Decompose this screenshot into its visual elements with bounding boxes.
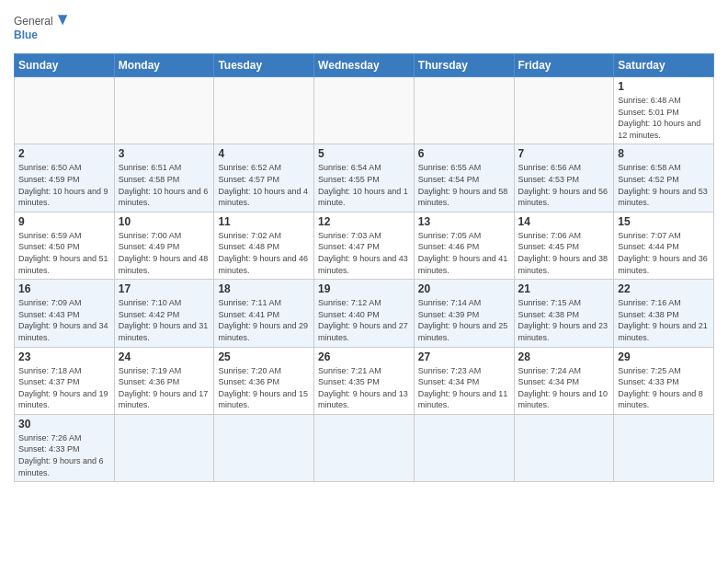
- day-number: 20: [418, 282, 510, 295]
- day-info: Sunrise: 7:09 AM Sunset: 4:43 PM Dayligh…: [18, 297, 110, 343]
- day-info: Sunrise: 7:06 AM Sunset: 4:45 PM Dayligh…: [518, 230, 610, 276]
- day-info: Sunrise: 6:56 AM Sunset: 4:53 PM Dayligh…: [518, 162, 610, 208]
- calendar-cell: [414, 414, 514, 481]
- calendar-cell: 11Sunrise: 7:02 AM Sunset: 4:48 PM Dayli…: [214, 212, 314, 279]
- calendar-cell: 9Sunrise: 6:59 AM Sunset: 4:50 PM Daylig…: [15, 212, 115, 279]
- day-info: Sunrise: 7:14 AM Sunset: 4:39 PM Dayligh…: [418, 297, 510, 343]
- weekday-header-saturday: Saturday: [614, 54, 714, 77]
- day-info: Sunrise: 7:20 AM Sunset: 4:36 PM Dayligh…: [218, 365, 310, 411]
- day-number: 4: [218, 147, 310, 160]
- day-info: Sunrise: 7:16 AM Sunset: 4:38 PM Dayligh…: [618, 297, 710, 343]
- week-row-6: 30Sunrise: 7:26 AM Sunset: 4:33 PM Dayli…: [15, 414, 714, 481]
- day-number: 29: [618, 350, 710, 363]
- calendar-cell: 17Sunrise: 7:10 AM Sunset: 4:42 PM Dayli…: [114, 280, 214, 347]
- svg-text:Blue: Blue: [14, 29, 38, 41]
- day-info: Sunrise: 7:15 AM Sunset: 4:38 PM Dayligh…: [518, 297, 610, 343]
- calendar-cell: [614, 414, 714, 481]
- day-number: 10: [119, 215, 210, 228]
- day-number: 28: [518, 350, 610, 363]
- day-info: Sunrise: 7:07 AM Sunset: 4:44 PM Dayligh…: [618, 230, 710, 276]
- weekday-header-tuesday: Tuesday: [214, 54, 314, 77]
- day-info: Sunrise: 6:55 AM Sunset: 4:54 PM Dayligh…: [418, 162, 510, 208]
- calendar-cell: 5Sunrise: 6:54 AM Sunset: 4:55 PM Daylig…: [314, 144, 415, 212]
- calendar-cell: 20Sunrise: 7:14 AM Sunset: 4:39 PM Dayli…: [414, 280, 514, 347]
- day-number: 17: [119, 282, 210, 295]
- day-info: Sunrise: 7:11 AM Sunset: 4:41 PM Dayligh…: [218, 297, 310, 343]
- calendar-cell: [514, 77, 614, 144]
- calendar-cell: 14Sunrise: 7:06 AM Sunset: 4:45 PM Dayli…: [514, 212, 614, 279]
- day-number: 13: [418, 215, 510, 228]
- calendar-cell: 18Sunrise: 7:11 AM Sunset: 4:41 PM Dayli…: [214, 280, 314, 347]
- day-info: Sunrise: 7:19 AM Sunset: 4:36 PM Dayligh…: [119, 365, 210, 411]
- day-number: 22: [618, 282, 710, 295]
- day-number: 5: [318, 147, 410, 160]
- day-info: Sunrise: 6:58 AM Sunset: 4:52 PM Dayligh…: [618, 162, 710, 208]
- week-row-4: 16Sunrise: 7:09 AM Sunset: 4:43 PM Dayli…: [15, 280, 714, 347]
- week-row-3: 9Sunrise: 6:59 AM Sunset: 4:50 PM Daylig…: [15, 212, 714, 279]
- weekday-header-thursday: Thursday: [414, 54, 514, 77]
- day-number: 1: [618, 80, 710, 93]
- calendar-cell: 12Sunrise: 7:03 AM Sunset: 4:47 PM Dayli…: [314, 212, 415, 279]
- day-number: 3: [119, 147, 210, 160]
- calendar-cell: 1Sunrise: 6:48 AM Sunset: 5:01 PM Daylig…: [614, 77, 714, 144]
- calendar-cell: 10Sunrise: 7:00 AM Sunset: 4:49 PM Dayli…: [114, 212, 214, 279]
- day-info: Sunrise: 6:48 AM Sunset: 5:01 PM Dayligh…: [618, 95, 710, 141]
- calendar-cell: 16Sunrise: 7:09 AM Sunset: 4:43 PM Dayli…: [15, 280, 115, 347]
- day-info: Sunrise: 6:52 AM Sunset: 4:57 PM Dayligh…: [218, 162, 310, 208]
- weekday-header-friday: Friday: [514, 54, 614, 77]
- calendar-cell: 8Sunrise: 6:58 AM Sunset: 4:52 PM Daylig…: [614, 144, 714, 212]
- calendar-cell: [214, 77, 314, 144]
- logo-svg: General Blue: [14, 9, 69, 46]
- calendar-cell: 7Sunrise: 6:56 AM Sunset: 4:53 PM Daylig…: [514, 144, 614, 212]
- day-info: Sunrise: 7:25 AM Sunset: 4:33 PM Dayligh…: [618, 365, 710, 411]
- day-info: Sunrise: 7:10 AM Sunset: 4:42 PM Dayligh…: [119, 297, 210, 343]
- calendar-cell: 22Sunrise: 7:16 AM Sunset: 4:38 PM Dayli…: [614, 280, 714, 347]
- calendar-cell: 19Sunrise: 7:12 AM Sunset: 4:40 PM Dayli…: [314, 280, 415, 347]
- day-number: 15: [618, 215, 710, 228]
- week-row-1: 1Sunrise: 6:48 AM Sunset: 5:01 PM Daylig…: [15, 77, 714, 144]
- day-info: Sunrise: 7:00 AM Sunset: 4:49 PM Dayligh…: [119, 230, 210, 276]
- day-number: 21: [518, 282, 610, 295]
- calendar-cell: 28Sunrise: 7:24 AM Sunset: 4:34 PM Dayli…: [514, 347, 614, 414]
- day-info: Sunrise: 7:05 AM Sunset: 4:46 PM Dayligh…: [418, 230, 510, 276]
- day-info: Sunrise: 7:02 AM Sunset: 4:48 PM Dayligh…: [218, 230, 310, 276]
- day-info: Sunrise: 7:24 AM Sunset: 4:34 PM Dayligh…: [518, 365, 610, 411]
- day-number: 18: [218, 282, 310, 295]
- day-number: 8: [618, 147, 710, 160]
- calendar-cell: 27Sunrise: 7:23 AM Sunset: 4:34 PM Dayli…: [414, 347, 514, 414]
- day-info: Sunrise: 7:18 AM Sunset: 4:37 PM Dayligh…: [18, 365, 110, 411]
- day-info: Sunrise: 7:26 AM Sunset: 4:33 PM Dayligh…: [18, 432, 110, 478]
- calendar-cell: 6Sunrise: 6:55 AM Sunset: 4:54 PM Daylig…: [414, 144, 514, 212]
- calendar-cell: 2Sunrise: 6:50 AM Sunset: 4:59 PM Daylig…: [15, 144, 115, 212]
- header: General Blue: [14, 9, 714, 46]
- day-number: 14: [518, 215, 610, 228]
- calendar-cell: 23Sunrise: 7:18 AM Sunset: 4:37 PM Dayli…: [15, 347, 115, 414]
- calendar: SundayMondayTuesdayWednesdayThursdayFrid…: [14, 53, 714, 482]
- day-number: 11: [218, 215, 310, 228]
- calendar-cell: 21Sunrise: 7:15 AM Sunset: 4:38 PM Dayli…: [514, 280, 614, 347]
- day-number: 24: [119, 350, 210, 363]
- calendar-cell: [114, 77, 214, 144]
- day-number: 6: [418, 147, 510, 160]
- calendar-cell: [414, 77, 514, 144]
- calendar-cell: [15, 77, 115, 144]
- calendar-cell: 29Sunrise: 7:25 AM Sunset: 4:33 PM Dayli…: [614, 347, 714, 414]
- day-number: 27: [418, 350, 510, 363]
- calendar-cell: 30Sunrise: 7:26 AM Sunset: 4:33 PM Dayli…: [15, 414, 115, 481]
- week-row-5: 23Sunrise: 7:18 AM Sunset: 4:37 PM Dayli…: [15, 347, 714, 414]
- day-number: 30: [18, 418, 110, 431]
- calendar-cell: 13Sunrise: 7:05 AM Sunset: 4:46 PM Dayli…: [414, 212, 514, 279]
- day-info: Sunrise: 7:23 AM Sunset: 4:34 PM Dayligh…: [418, 365, 510, 411]
- day-number: 23: [18, 350, 110, 363]
- day-number: 26: [318, 350, 410, 363]
- week-row-2: 2Sunrise: 6:50 AM Sunset: 4:59 PM Daylig…: [15, 144, 714, 212]
- svg-text:General: General: [14, 15, 53, 28]
- day-info: Sunrise: 6:50 AM Sunset: 4:59 PM Dayligh…: [18, 162, 110, 208]
- day-number: 2: [18, 147, 110, 160]
- weekday-header-monday: Monday: [114, 54, 214, 77]
- day-info: Sunrise: 7:03 AM Sunset: 4:47 PM Dayligh…: [318, 230, 410, 276]
- day-number: 7: [518, 147, 610, 160]
- calendar-cell: [214, 414, 314, 481]
- day-number: 19: [318, 282, 410, 295]
- weekday-header-sunday: Sunday: [15, 54, 115, 77]
